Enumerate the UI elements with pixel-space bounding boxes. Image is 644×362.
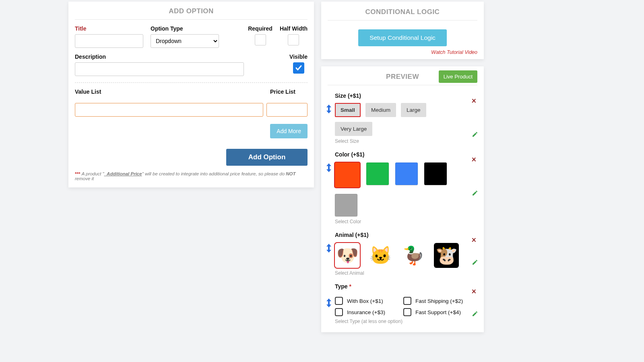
size-option-very-large[interactable]: Very Large [335, 122, 372, 136]
value-name-input[interactable] [75, 103, 263, 117]
option-type-label: Option Type [151, 25, 219, 32]
description-input[interactable] [75, 62, 244, 76]
type-option-2[interactable]: Insurance (+$3) [335, 308, 395, 316]
animal-label: Animal (+$1) [335, 232, 477, 238]
delete-icon[interactable]: X [472, 98, 478, 104]
delete-icon[interactable]: X [472, 237, 478, 243]
required-checkbox[interactable] [255, 34, 266, 45]
value-list-label: Value List [75, 88, 101, 95]
tutorial-link[interactable]: Watch Tutorial Video [328, 49, 477, 55]
divider [75, 82, 308, 83]
type-hint: Select Type (at less one option) [335, 319, 477, 324]
footnote: *** A product "_Additional Price" will b… [75, 171, 308, 181]
visible-label: Visible [289, 53, 308, 60]
title-input[interactable] [75, 34, 143, 48]
preview-group-color: X Color (+$1) Select Color [328, 151, 477, 224]
color-swatch-1[interactable] [366, 162, 389, 185]
preview-panel: PREVIEW Live Product X Size (+$1) Small … [321, 66, 484, 332]
required-label: Required [248, 25, 272, 32]
size-option-small[interactable]: Small [335, 103, 361, 117]
edit-icon[interactable] [472, 131, 478, 138]
conditional-logic-panel: CONDITIONAL LOGIC Setup Conditional Logi… [321, 2, 484, 59]
animal-option-cow[interactable]: 🐮 [434, 243, 459, 268]
delete-icon[interactable]: X [472, 156, 478, 162]
edit-icon[interactable] [472, 259, 478, 265]
color-label: Color (+$1) [335, 151, 477, 158]
preview-title: PREVIEW [386, 73, 419, 80]
value-price-input[interactable] [266, 103, 308, 117]
color-hint: Select Color [335, 219, 477, 224]
drag-handle-icon[interactable] [326, 244, 332, 255]
animal-option-cat[interactable]: 🐱 [368, 243, 393, 268]
drag-handle-icon[interactable] [326, 298, 332, 309]
preview-group-animal: X Animal (+$1) 🐶 🐱 🦆 🐮 Select Animal [328, 232, 477, 276]
preview-group-size: X Size (+$1) Small Medium Large Very Lar… [328, 93, 477, 144]
edit-icon[interactable] [472, 311, 478, 317]
conditional-logic-title: CONDITIONAL LOGIC [328, 8, 477, 21]
preview-group-type: X Type * With Box (+$1) Fast Shipping (+… [328, 283, 477, 324]
size-hint: Select Size [335, 138, 477, 144]
description-label: Description [75, 53, 244, 60]
type-option-3[interactable]: Fast Support (+$4) [403, 308, 464, 316]
color-swatch-0[interactable] [335, 162, 360, 187]
half-width-label: Half Width [280, 25, 308, 32]
size-option-large[interactable]: Large [401, 103, 426, 117]
color-swatch-4[interactable] [335, 194, 357, 216]
type-label: Type * [335, 283, 477, 290]
add-option-panel: ADD OPTION Title Option Type Dropdown Re… [68, 2, 314, 187]
add-option-button[interactable]: Add Option [226, 149, 308, 166]
title-label: Title [75, 25, 143, 32]
drag-handle-icon[interactable] [326, 163, 332, 174]
add-more-button[interactable]: Add More [270, 124, 308, 138]
setup-conditional-logic-button[interactable]: Setup Conditional Logic [358, 29, 447, 46]
drag-handle-icon[interactable] [326, 105, 332, 115]
animal-option-dog[interactable]: 🐶 [335, 243, 360, 268]
edit-icon[interactable] [472, 190, 478, 196]
size-label: Size (+$1) [335, 93, 477, 99]
animal-hint: Select Animal [335, 270, 477, 276]
price-list-label: Price List [270, 88, 295, 95]
animal-option-duck[interactable]: 🦆 [401, 243, 426, 268]
color-swatch-2[interactable] [395, 162, 418, 185]
option-type-select[interactable]: Dropdown [151, 34, 219, 48]
delete-icon[interactable]: X [472, 288, 478, 294]
add-option-title: ADD OPTION [75, 7, 308, 20]
size-option-medium[interactable]: Medium [365, 103, 396, 117]
color-swatch-3[interactable] [424, 162, 447, 185]
visible-checkbox[interactable] [293, 62, 304, 74]
type-option-0[interactable]: With Box (+$1) [335, 297, 395, 305]
live-product-button[interactable]: Live Product [439, 70, 477, 83]
half-width-checkbox[interactable] [288, 34, 299, 45]
type-option-1[interactable]: Fast Shipping (+$2) [403, 297, 464, 305]
